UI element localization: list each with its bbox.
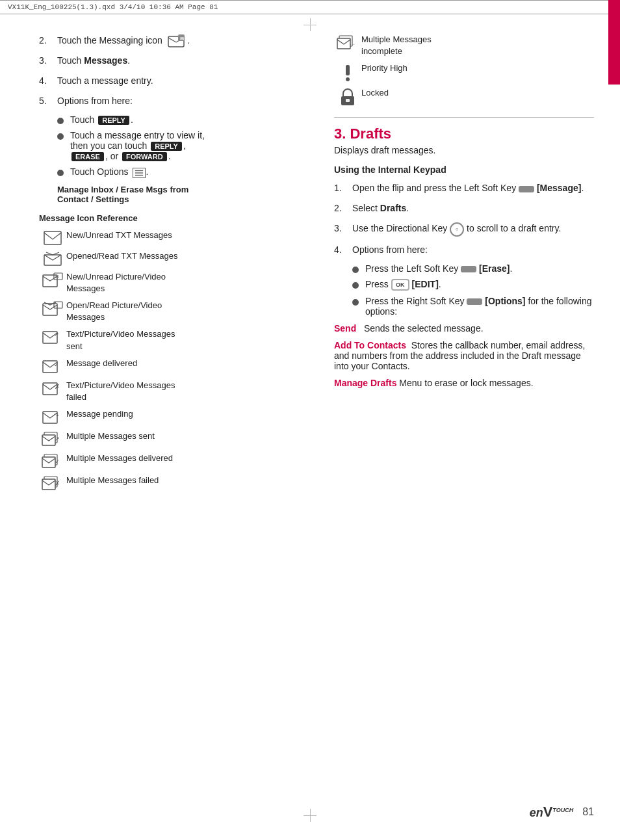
bullet-options: Touch Options . (57, 166, 302, 177)
svg-text:↗: ↗ (55, 436, 60, 442)
left-column: 2. Touch the Messaging icon ✉ . 3. Touch… (39, 34, 302, 497)
drafts-step-4: 4. Options from here: (334, 243, 594, 257)
icon-row-open-txt: Opened/Read TXT Messages (39, 250, 302, 266)
svg-rect-38 (346, 99, 350, 102)
icon-row-delivered: ✓ Message delivered (39, 358, 302, 374)
drafts-bullet-edit: Press OK [EDIT]. (352, 279, 594, 291)
drafts-bullet-options: Press the Right Soft Key [Options] for t… (352, 296, 594, 317)
option-manage-drafts: Manage Drafts Menu to erase or lock mess… (334, 378, 594, 388)
svg-text:…: … (350, 40, 355, 46)
page-header: VX11K_Eng_100225(1.3).qxd 3/4/10 10:36 A… (0, 0, 620, 14)
option-add-contacts: Add To Contacts Stores the callback numb… (334, 340, 594, 371)
svg-rect-30 (42, 479, 55, 490)
svg-rect-8 (44, 231, 61, 244)
crosshair-bottom (304, 809, 316, 822)
icon-row-multi-failed: ✗ Multiple Messages failed (39, 475, 302, 492)
drafts-bullet-erase: Press the Left Soft Key [Erase]. (352, 263, 594, 274)
dir-key-icon: ○ (450, 222, 464, 237)
divider (334, 117, 594, 118)
option-send: Send Sends the selected message. (334, 323, 594, 334)
svg-rect-35 (346, 65, 350, 75)
svg-text:✉: ✉ (180, 36, 184, 41)
svg-text:✉: ✉ (55, 274, 59, 279)
icon-row-failed: ✗ Text/Picture/Video Messagesfailed (39, 380, 302, 403)
locked-icon (340, 88, 355, 107)
multi-failed-icon: ✗ (42, 476, 64, 492)
subsection-title: Using the Internal Keypad (334, 164, 594, 175)
footer-page-number: 81 (582, 806, 594, 818)
svg-text:✓: ✓ (55, 458, 60, 465)
right-soft-key-icon (467, 298, 482, 305)
priority-high-icon (341, 64, 354, 82)
icon-row-locked: Locked (334, 87, 594, 107)
footer-logo: enVTOUCH (530, 804, 574, 820)
icon-reference-section: Message Icon Reference New/Unread TXT Me… (39, 213, 302, 492)
icon-row-open-pic: Open/Read Picture/VideoMessages (39, 300, 302, 323)
svg-text:✗: ✗ (55, 480, 60, 487)
icon-row-sent: ↗ Text/Picture/Video Messagessent (39, 328, 302, 352)
svg-text:✓: ✓ (54, 361, 59, 368)
messaging-icon: ✉ (168, 34, 185, 47)
delivered-icon: ✓ (42, 359, 63, 374)
drafts-step-2: 2. Select Drafts. (334, 202, 594, 215)
failed-icon: ✗ (42, 381, 63, 397)
red-bar (608, 0, 620, 85)
icon-row-multi-sent: ↗ Multiple Messages sent (39, 430, 302, 447)
manage-section: Manage Inbox / Erase Msgs fromContact / … (57, 185, 302, 204)
icon-row-pending: ↷ Message pending (39, 408, 302, 425)
icon-row-multi-incomplete: … Multiple Messagesincomplete (334, 34, 594, 57)
crosshair-top (304, 18, 316, 31)
icon-row-priority-high: Priority High (334, 62, 594, 82)
svg-point-36 (346, 77, 350, 81)
ok-key-icon: OK (391, 279, 409, 291)
options-icon (133, 168, 146, 178)
step-3: 3. Touch Messages. (39, 54, 302, 68)
open-pic-icon (42, 301, 63, 317)
multi-sent-icon: ↗ (42, 432, 64, 447)
svg-rect-24 (42, 435, 55, 445)
svg-text:↗: ↗ (54, 331, 59, 337)
new-txt-icon (44, 231, 62, 245)
svg-rect-27 (42, 457, 55, 467)
pending-icon: ↷ (42, 410, 63, 425)
icon-row-new-txt: New/Unread TXT Messages (39, 230, 302, 245)
icon-row-multi-delivered: ✓ Multiple Messages delivered (39, 453, 302, 469)
open-txt-icon (44, 252, 62, 266)
svg-text:✗: ✗ (55, 383, 60, 390)
right-column: … Multiple Messagesincomplete Priority H… (321, 34, 594, 497)
multi-delivered-icon: ✓ (42, 454, 64, 469)
page-footer: enVTOUCH 81 (530, 804, 594, 820)
bullet-view-message: Touch a message entry to view it, then y… (57, 130, 302, 161)
drafts-section-title: 3. Drafts (334, 125, 594, 142)
multi-incomplete-icon: … (337, 35, 359, 51)
step-4: 4. Touch a message entry. (39, 74, 302, 88)
drafts-step-1: 1. Open the flip and press the Left Soft… (334, 181, 594, 195)
icon-row-new-pic: ✉ New/Unread Picture/VideoMessages (39, 271, 302, 295)
soft-key-icon (461, 266, 476, 272)
soft-key-icon (519, 186, 534, 192)
sent-icon: ↗ (42, 330, 63, 345)
step-2: 2. Touch the Messaging icon ✉ . (39, 34, 302, 47)
bullet-reply: Touch REPLY. (57, 114, 302, 125)
step-5: 5. Options from here: (39, 94, 302, 108)
new-pic-icon: ✉ (42, 272, 63, 288)
svg-rect-33 (337, 38, 350, 49)
svg-text:↷: ↷ (54, 412, 59, 419)
drafts-subtitle: Displays draft messages. (334, 145, 594, 155)
drafts-step-3: 3. Use the Directional Key ○ to scroll t… (334, 222, 594, 236)
svg-line-1 (168, 38, 176, 42)
